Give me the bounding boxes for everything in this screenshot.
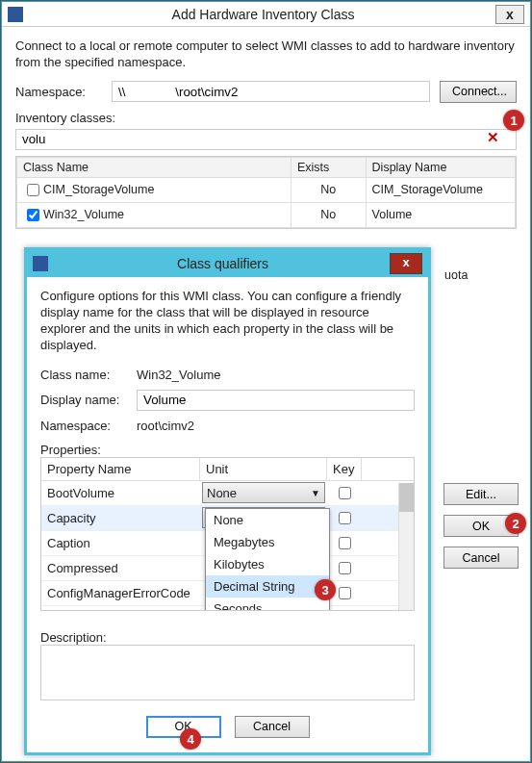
hdr-propname[interactable]: Property Name	[41, 458, 200, 480]
chevron-down-icon: ▼	[311, 488, 320, 498]
partial-text: uota	[444, 268, 468, 282]
dropdown-item[interactable]: Seconds	[206, 598, 329, 611]
key-checkbox[interactable]	[339, 487, 351, 499]
scroll-thumb[interactable]	[399, 483, 414, 512]
qualifiers-dialog: Class qualifiers x Configure options for…	[24, 247, 431, 755]
dropdown-item[interactable]: None	[206, 509, 329, 531]
key-checkbox[interactable]	[339, 537, 351, 549]
key-checkbox[interactable]	[339, 512, 351, 524]
modal-titlebar: Class qualifiers x	[27, 250, 428, 277]
cancel-modal-button[interactable]: Cancel	[235, 716, 310, 738]
properties-grid: Property Name Unit Key BootVolume None▼ …	[40, 457, 415, 611]
key-checkbox[interactable]	[339, 562, 351, 574]
description-label: Description:	[40, 630, 415, 645]
filter-input[interactable]	[15, 129, 517, 150]
cancel-main-button[interactable]: Cancel	[443, 547, 519, 569]
props-scrollbar[interactable]	[398, 483, 414, 610]
table-row[interactable]: Win32_Volume No Volume	[17, 202, 516, 227]
namespace-label: Namespace:	[15, 85, 112, 99]
close-main[interactable]: x	[495, 5, 524, 24]
hdr-key[interactable]: Key	[327, 458, 362, 480]
unit-dropdown: None Megabytes Kilobytes Decimal String …	[205, 508, 330, 611]
description-box	[40, 645, 415, 700]
annotation-badge-1: 1	[503, 110, 524, 131]
table-row[interactable]: CIM_StorageVolume No CIM_StorageVolume	[17, 177, 516, 202]
annotation-badge-2: 2	[505, 513, 526, 534]
inventory-label: Inventory classes:	[15, 111, 517, 125]
modal-ns-value: root\cimv2	[137, 419, 194, 433]
dropdown-item[interactable]: Kilobytes	[206, 553, 329, 575]
col-exists[interactable]: Exists	[291, 157, 366, 177]
modal-intro: Configure options for this WMI class. Yo…	[40, 289, 415, 354]
displayname-input[interactable]	[137, 390, 415, 411]
modal-ns-label: Namespace:	[40, 419, 137, 433]
modal-title: Class qualifiers	[56, 256, 390, 271]
hdr-unit[interactable]: Unit	[200, 458, 327, 480]
edit-button[interactable]: Edit...	[443, 483, 519, 505]
classname-label: Class name:	[40, 368, 137, 382]
properties-label: Properties:	[40, 443, 415, 457]
row-checkbox[interactable]	[27, 209, 39, 221]
main-title: Add Hardware Inventory Class	[31, 7, 495, 22]
col-display[interactable]: Display Name	[366, 157, 515, 177]
col-classname[interactable]: Class Name	[17, 157, 291, 177]
main-titlebar: Add Hardware Inventory Class x	[2, 2, 530, 27]
clear-filter-icon[interactable]: ✕	[487, 129, 499, 146]
annotation-badge-4: 4	[180, 728, 201, 750]
row-checkbox[interactable]	[27, 184, 39, 196]
dropdown-item-selected[interactable]: Decimal String	[206, 575, 329, 598]
annotation-badge-3: 3	[315, 579, 336, 600]
displayname-label: Display name:	[40, 393, 137, 407]
key-checkbox[interactable]	[339, 587, 351, 599]
dropdown-item[interactable]: Megabytes	[206, 531, 329, 553]
class-table: Class Name Exists Display Name CIM_Stora…	[16, 157, 516, 228]
connect-button[interactable]: Connect...	[440, 81, 517, 103]
modal-icon	[33, 256, 48, 271]
namespace-input[interactable]	[112, 81, 430, 102]
prop-row[interactable]: BootVolume None▼	[41, 481, 414, 506]
unit-select[interactable]: None▼	[202, 482, 325, 503]
app-icon	[8, 7, 23, 22]
main-intro: Connect to a local or remote computer to…	[15, 38, 517, 71]
close-modal[interactable]: x	[390, 253, 422, 274]
classname-value: Win32_Volume	[137, 368, 220, 382]
